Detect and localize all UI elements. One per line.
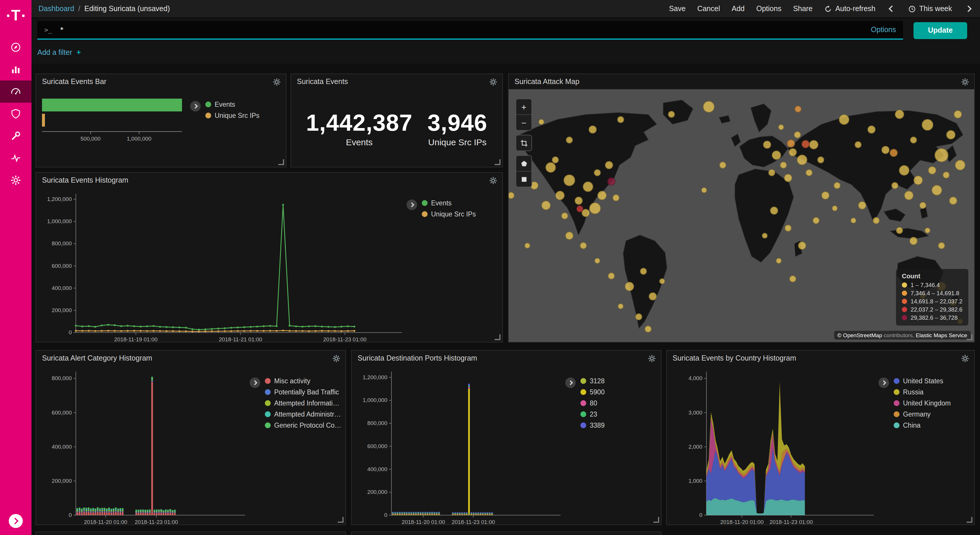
legend-item[interactable]: Unique Src IPs [422,211,476,218]
attribution-openstreetmap-link[interactable]: © OpenStreetMap [837,332,882,338]
map-point[interactable] [778,124,784,130]
time-forward-button[interactable] [964,4,973,13]
map-point[interactable] [798,242,806,250]
update-button[interactable]: Update [913,22,967,39]
map-point[interactable] [524,243,530,249]
sidebar-item-siem[interactable] [0,103,32,125]
map-point[interactable] [780,162,787,169]
zoom-in-button[interactable]: + [516,99,531,115]
map-point[interactable] [574,196,582,204]
sidebar-collapse-button[interactable] [9,514,23,528]
resize-handle-icon[interactable] [653,517,659,523]
sidebar-item-dashboard[interactable] [0,81,32,103]
legend-item[interactable]: 7,346.4 – 14,691.8 [902,290,963,296]
resize-handle-icon[interactable] [278,159,284,165]
map-point[interactable] [636,313,643,320]
legend-item[interactable]: Misc activity [265,377,341,384]
map-point[interactable] [701,187,707,193]
legend-toggle-icon[interactable] [878,377,889,388]
gear-icon[interactable] [961,354,969,363]
resize-handle-icon[interactable] [967,334,972,340]
legend-item[interactable]: United States [894,377,951,384]
legend-item[interactable]: 3128 [581,377,605,384]
map-point[interactable] [546,162,556,173]
map-point[interactable] [608,273,614,280]
sidebar-item-management[interactable] [0,169,32,191]
map-point[interactable] [833,182,840,189]
map-point[interactable] [922,119,933,131]
legend-item[interactable]: Events [205,101,259,108]
legend-item[interactable]: United Kingdom [894,400,951,407]
legend-item[interactable]: Potentially Bad Traffic [265,389,341,396]
map-point[interactable] [928,166,936,174]
resize-handle-icon[interactable] [967,517,972,523]
map-point[interactable] [772,150,781,159]
gear-icon[interactable] [961,77,969,86]
legend-item[interactable]: Events [422,199,476,207]
legend-item[interactable]: 22,037.2 – 29,382.6 [902,306,963,313]
map-point[interactable] [762,233,768,239]
map-point[interactable] [817,156,824,163]
legend-item[interactable]: China [894,422,951,429]
map-point[interactable] [617,116,624,123]
map-point[interactable] [882,146,890,154]
map-point[interactable] [576,205,583,212]
tmobile-logo[interactable]: T [0,0,32,30]
map-point[interactable] [924,228,931,234]
map-point[interactable] [850,218,856,223]
map-point[interactable] [541,201,550,210]
map-point[interactable] [955,160,966,170]
map-point[interactable] [608,177,616,185]
time-back-button[interactable] [887,4,896,13]
map-point[interactable] [812,217,819,224]
map-point[interactable] [668,111,675,118]
map-point[interactable] [795,106,802,113]
sidebar-item-monitoring[interactable] [0,147,32,169]
map-point[interactable] [910,136,917,143]
map-point[interactable] [605,161,613,169]
legend-item[interactable]: 5900 [581,389,605,396]
nav-action-share[interactable]: Share [793,5,813,13]
map-point[interactable] [594,258,600,264]
map-point[interactable] [913,176,923,185]
map-point[interactable] [920,202,926,209]
map-point[interactable] [946,130,956,139]
map-point[interactable] [589,202,601,214]
map-point[interactable] [932,185,942,196]
nav-action-add[interactable]: Add [732,5,745,13]
add-filter-link[interactable]: Add a filter [37,48,72,57]
legend-item[interactable]: 14,691.8 – 22,037.2 [902,298,963,304]
resize-handle-icon[interactable] [495,334,501,340]
legend-toggle-icon[interactable] [250,377,260,388]
time-range-picker[interactable]: This week [908,5,952,13]
map-point[interactable] [797,154,807,165]
sidebar-item-discover[interactable] [0,36,32,58]
nav-action-save[interactable]: Save [669,5,686,13]
gear-icon[interactable] [332,354,340,363]
sidebar-item-devtools[interactable] [0,125,32,147]
map-point[interactable] [787,139,795,147]
map-point[interactable] [789,275,796,282]
legend-item[interactable]: Germany [894,411,951,418]
gear-icon[interactable] [648,354,656,363]
resize-handle-icon[interactable] [338,517,344,523]
map-point[interactable] [805,169,812,176]
legend-item[interactable]: 3389 [581,422,605,429]
map-point[interactable] [612,194,619,201]
map-point[interactable] [659,278,665,284]
legend-item[interactable]: Attempted Administr… [265,411,341,418]
map-point[interactable] [582,181,593,192]
map-point[interactable] [770,207,778,215]
legend-toggle-icon[interactable] [407,199,417,210]
map-point[interactable] [552,156,559,163]
legend-item[interactable]: 23 [581,411,605,418]
map-point[interactable] [645,326,652,333]
nav-action-cancel[interactable]: Cancel [697,5,720,13]
map-point[interactable] [934,148,948,162]
resize-handle-icon[interactable] [495,159,501,165]
legend-item[interactable]: Russia [894,389,951,396]
map-point[interactable] [561,212,568,219]
world-map[interactable]: + − [509,89,974,342]
crop-icon[interactable] [516,135,531,151]
map-point[interactable] [784,225,792,232]
